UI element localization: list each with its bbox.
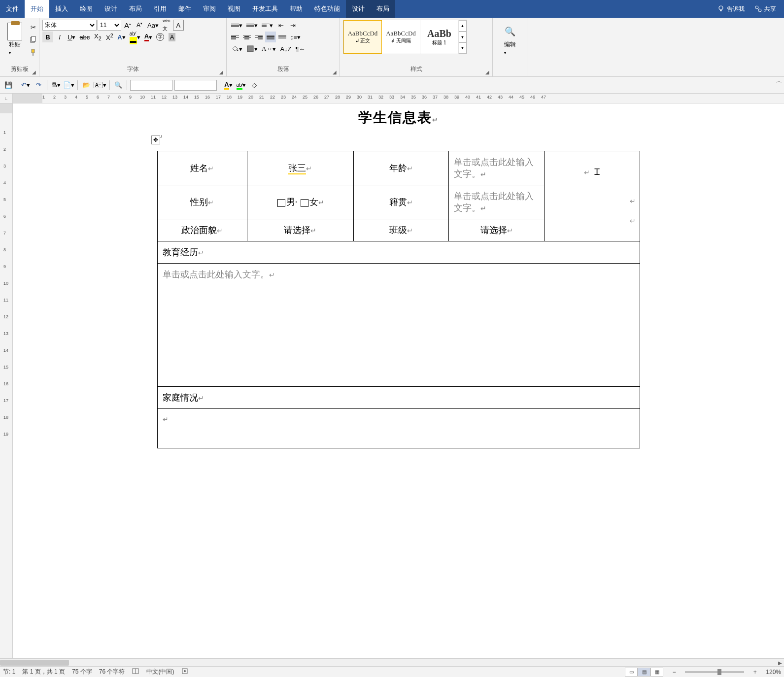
status-chars[interactable]: 76 个字符 [99, 668, 125, 676]
copy-button[interactable] [28, 34, 38, 45]
style-scroll-more[interactable]: ▼ [459, 42, 467, 54]
qat-clear-format[interactable]: ◇ [249, 80, 260, 91]
style-normal[interactable]: AaBbCcDd ↲ 正文 [343, 20, 382, 54]
cut-button[interactable]: ✂ [28, 22, 38, 33]
cell-family-content[interactable]: ↵ [157, 409, 640, 448]
zoom-in-button[interactable]: + [751, 669, 759, 676]
qat-highlight[interactable]: ab⁄▾ [236, 80, 247, 91]
bold-button[interactable]: B [42, 32, 53, 42]
menu-help[interactable]: 帮助 [284, 0, 308, 18]
borders-button[interactable]: ▾ [245, 43, 259, 54]
bullets-button[interactable]: ▾ [230, 20, 244, 31]
font-name-select[interactable]: 宋体 [42, 20, 97, 31]
status-spellcheck[interactable] [132, 667, 139, 677]
change-case-button[interactable]: Aa▾ [146, 20, 160, 31]
format-painter-button[interactable] [28, 47, 38, 58]
style-nospacing[interactable]: AaBbCcDd ↲ 无间隔 [382, 20, 420, 54]
qat-open[interactable]: 📂 [81, 80, 92, 91]
font-size-select[interactable]: 11 [98, 20, 121, 31]
cell-edu-label[interactable]: 教育经历↵ [157, 241, 640, 264]
qat-styles[interactable]: A≡▾ [94, 80, 106, 91]
menu-context-design[interactable]: 设计 [346, 0, 371, 18]
status-page[interactable]: 第 1 页，共 1 页 [22, 668, 65, 676]
strikethrough-button[interactable]: abc [78, 32, 91, 42]
style-scroll-up[interactable]: ▲ [459, 20, 467, 32]
italic-button[interactable]: I [54, 32, 65, 42]
cell-politics-label[interactable]: 政治面貌↵ [157, 219, 247, 241]
menu-review[interactable]: 审阅 [197, 0, 222, 18]
clipboard-dialog-launcher[interactable]: ◢ [32, 69, 38, 75]
cell-class-label[interactable]: 班级↵ [353, 219, 449, 241]
grow-font-button[interactable]: A▴ [122, 20, 133, 31]
zoom-slider-thumb[interactable] [717, 669, 721, 675]
sort-button[interactable]: A↓Z [278, 43, 293, 54]
superscript-button[interactable]: X2 [104, 32, 115, 42]
align-center-button[interactable] [241, 32, 252, 42]
cell-photo[interactable]: ↵ Ꮖ ↵ ↵ [544, 151, 640, 241]
paragraph-dialog-launcher[interactable]: ◢ [333, 69, 339, 75]
align-right-button[interactable] [253, 32, 264, 42]
cell-age-value[interactable]: 单击或点击此处输入文字。↵ [449, 151, 545, 185]
style-scroll-down[interactable]: ▼ [459, 32, 467, 43]
menu-context-layout[interactable]: 布局 [371, 0, 395, 18]
menu-layout[interactable]: 布局 [123, 0, 148, 18]
cell-native-label[interactable]: 籍贯↵ [353, 185, 449, 219]
qat-undo[interactable]: ↶▾ [20, 80, 31, 91]
cell-edu-content[interactable]: 单击或点击此处输入文字。↵ [157, 264, 640, 387]
cell-name-value[interactable]: 张三↵ [247, 151, 353, 185]
qat-combo-2[interactable] [174, 80, 217, 91]
cell-class-value[interactable]: 请选择↵ [449, 219, 545, 241]
checkbox-female[interactable] [301, 199, 308, 207]
menu-view[interactable]: 视图 [222, 0, 246, 18]
tell-me[interactable]: 告诉我 [713, 0, 749, 18]
cell-gender-label[interactable]: 性别↵ [157, 185, 247, 219]
status-words[interactable]: 75 个字 [72, 668, 92, 676]
shading-button[interactable]: ▾ [230, 43, 244, 54]
qat-print[interactable]: 🖶▾ [50, 80, 61, 91]
styles-dialog-launcher[interactable]: ◢ [485, 69, 491, 75]
editing-button[interactable]: 🔍 编辑▾ [496, 20, 524, 59]
view-web-layout[interactable]: ▦ [650, 668, 663, 677]
align-left-button[interactable] [230, 32, 240, 42]
menu-file[interactable]: 文件 [0, 0, 25, 18]
menu-home[interactable]: 开始 [25, 0, 49, 18]
multilevel-button[interactable]: ▾ [260, 20, 274, 31]
underline-button[interactable]: U▾ [66, 32, 77, 42]
style-heading1[interactable]: AaBb 标题 1 [420, 20, 459, 54]
align-justify-button[interactable] [265, 32, 276, 42]
horizontal-scrollbar[interactable]: ◀ ▶ [0, 658, 784, 666]
align-distribute-button[interactable] [277, 32, 288, 42]
character-shading-button[interactable]: A [167, 32, 177, 42]
menu-insert[interactable]: 插入 [49, 0, 74, 18]
checkbox-male[interactable] [277, 199, 285, 207]
menu-mailings[interactable]: 邮件 [172, 0, 197, 18]
cell-politics-value[interactable]: 请选择↵ [247, 219, 353, 241]
document-scroll[interactable]: 学生信息表↵ ↵ ✥ 姓名↵ 张三↵ 年龄↵ 单击或点击此处输入文字。↵ ↵ Ꮖ… [13, 103, 784, 658]
qat-combo-1[interactable] [130, 80, 172, 91]
ruler-horizontal[interactable]: ∟ 12345678910111213141516171819202122232… [0, 94, 784, 103]
font-dialog-launcher[interactable]: ◢ [219, 69, 225, 75]
view-read-mode[interactable]: ▭ [625, 668, 638, 677]
cell-age-label[interactable]: 年龄↵ [353, 151, 449, 185]
menu-references[interactable]: 引用 [148, 0, 172, 18]
highlight-button[interactable]: ab⁄▬▾ [128, 32, 142, 42]
zoom-slider[interactable] [685, 671, 744, 673]
status-section[interactable]: 节: 1 [3, 668, 15, 676]
view-print-layout[interactable]: ▤ [638, 668, 650, 677]
paste-button[interactable]: 粘贴▾ [3, 20, 27, 59]
menu-design[interactable]: 设计 [99, 0, 123, 18]
status-language[interactable]: 中文(中国) [146, 668, 174, 676]
ruler-vertical[interactable]: 12345678910111213141516171819 [0, 103, 13, 658]
ruler-corner[interactable]: ∟ [0, 94, 13, 103]
increase-indent-button[interactable]: ⇥ [287, 20, 298, 31]
hscroll-right[interactable]: ▶ [776, 659, 784, 667]
collapse-ribbon-button[interactable]: ︿ [776, 77, 782, 85]
text-effects-button[interactable]: A▾ [116, 32, 127, 42]
shrink-font-button[interactable]: A▾ [134, 20, 145, 31]
status-macro[interactable] [181, 667, 189, 677]
decrease-indent-button[interactable]: ⇤ [275, 20, 286, 31]
show-marks-button[interactable]: ¶← [294, 43, 307, 54]
share-button[interactable]: 共享 [750, 0, 780, 18]
cell-family-label[interactable]: 家庭情况↵ [157, 387, 640, 409]
char-scale-button[interactable]: A↔▾ [260, 43, 277, 54]
